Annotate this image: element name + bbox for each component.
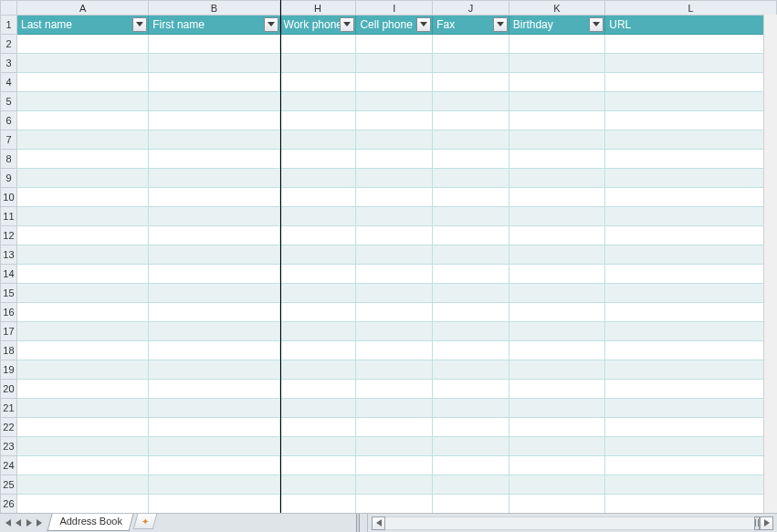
cell[interactable] <box>433 495 509 514</box>
row-number[interactable]: 26 <box>1 495 17 514</box>
cell[interactable] <box>433 111 509 130</box>
cell[interactable] <box>16 284 148 303</box>
column-header[interactable]: Fax <box>433 16 509 35</box>
tab-first-button[interactable] <box>3 516 12 529</box>
column-letter[interactable]: K <box>509 1 605 16</box>
filter-dropdown-button[interactable] <box>264 17 278 32</box>
cell[interactable] <box>16 150 148 169</box>
cell[interactable] <box>433 35 509 54</box>
cell[interactable] <box>509 418 605 437</box>
cell[interactable] <box>605 130 777 150</box>
cell[interactable] <box>509 111 605 130</box>
cell[interactable] <box>279 360 356 380</box>
hscroll-track[interactable] <box>385 516 754 530</box>
cell[interactable] <box>509 380 605 399</box>
cell[interactable] <box>605 418 777 437</box>
cell[interactable] <box>16 92 148 111</box>
cell[interactable] <box>433 456 509 475</box>
row-number[interactable]: 24 <box>1 456 17 475</box>
cell[interactable] <box>279 456 356 475</box>
cell[interactable] <box>356 207 433 226</box>
row-number[interactable]: 23 <box>1 437 17 456</box>
cell[interactable] <box>16 360 148 380</box>
select-all-corner[interactable] <box>1 1 17 16</box>
cell[interactable] <box>16 207 148 226</box>
cell[interactable] <box>509 54 605 73</box>
cell[interactable] <box>509 207 605 226</box>
cell[interactable] <box>356 437 433 456</box>
cell[interactable] <box>509 303 605 322</box>
cell[interactable] <box>279 35 356 54</box>
cell[interactable] <box>356 380 433 399</box>
column-letter[interactable]: J <box>433 1 509 16</box>
cell[interactable] <box>605 169 777 188</box>
cell[interactable] <box>279 495 356 514</box>
tab-last-button[interactable] <box>36 516 45 529</box>
cell[interactable] <box>356 341 433 360</box>
column-header[interactable]: Work phone <box>279 16 356 35</box>
cell[interactable] <box>279 245 356 265</box>
cell[interactable] <box>279 111 356 130</box>
spreadsheet-grid[interactable]: ABHIJKL1Last nameFirst nameWork phoneCel… <box>0 0 777 513</box>
row-number[interactable]: 20 <box>1 380 17 399</box>
cell[interactable] <box>149 265 279 284</box>
cell[interactable] <box>279 188 356 207</box>
cell[interactable] <box>605 92 777 111</box>
row-number[interactable]: 5 <box>1 92 17 111</box>
cell[interactable] <box>605 150 777 169</box>
cell[interactable] <box>433 322 509 341</box>
cell[interactable] <box>16 437 148 456</box>
cell[interactable] <box>433 360 509 380</box>
filter-dropdown-button[interactable] <box>589 17 604 32</box>
column-letter[interactable]: L <box>605 1 777 16</box>
cell[interactable] <box>356 284 433 303</box>
cell[interactable] <box>509 495 605 514</box>
cell[interactable] <box>356 150 433 169</box>
cell[interactable] <box>433 245 509 265</box>
row-number[interactable]: 14 <box>1 265 17 284</box>
horizontal-scrollbar[interactable] <box>367 514 777 532</box>
cell[interactable] <box>433 54 509 73</box>
row-number[interactable]: 11 <box>1 207 17 226</box>
filter-dropdown-button[interactable] <box>416 17 431 32</box>
cell[interactable] <box>149 207 279 226</box>
cell[interactable] <box>149 495 279 514</box>
filter-dropdown-button[interactable] <box>340 17 354 32</box>
cell[interactable] <box>356 188 433 207</box>
cell[interactable] <box>279 73 356 92</box>
cell[interactable] <box>279 169 356 188</box>
cell[interactable] <box>433 207 509 226</box>
hscroll-left-button[interactable] <box>372 516 385 530</box>
row-number[interactable]: 18 <box>1 341 17 360</box>
cell[interactable] <box>279 265 356 284</box>
cell[interactable] <box>356 456 433 475</box>
cell[interactable] <box>279 399 356 418</box>
cell[interactable] <box>509 284 605 303</box>
cell[interactable] <box>149 92 279 111</box>
cell[interactable] <box>16 169 148 188</box>
cell[interactable] <box>16 265 148 284</box>
row-number[interactable]: 8 <box>1 150 17 169</box>
cell[interactable] <box>149 303 279 322</box>
cell[interactable] <box>433 73 509 92</box>
row-number[interactable]: 22 <box>1 418 17 437</box>
cell[interactable] <box>433 265 509 284</box>
cell[interactable] <box>16 303 148 322</box>
filter-dropdown-button[interactable] <box>493 17 508 32</box>
cell[interactable] <box>509 341 605 360</box>
cell[interactable] <box>279 54 356 73</box>
cell[interactable] <box>149 360 279 380</box>
cell[interactable] <box>509 188 605 207</box>
cell[interactable] <box>279 226 356 245</box>
cell[interactable] <box>356 475 433 495</box>
cell[interactable] <box>605 437 777 456</box>
cell[interactable] <box>509 437 605 456</box>
cell[interactable] <box>433 380 509 399</box>
cell[interactable] <box>356 245 433 265</box>
row-number[interactable]: 16 <box>1 303 17 322</box>
cell[interactable] <box>356 399 433 418</box>
cell[interactable] <box>356 35 433 54</box>
vertical-scrollbar[interactable] <box>763 15 777 513</box>
cell[interactable] <box>356 73 433 92</box>
column-header[interactable]: First name <box>149 16 279 35</box>
